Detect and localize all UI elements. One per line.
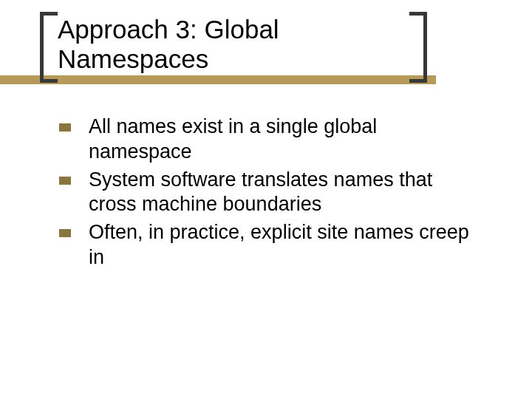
slide-title: Approach 3: Global Namespaces xyxy=(58,15,398,75)
square-bullet-icon xyxy=(59,229,71,237)
bullet-text: All names exist in a single global names… xyxy=(89,115,473,165)
square-bullet-icon xyxy=(59,177,71,185)
square-bullet-icon xyxy=(59,123,71,132)
list-item: System software translates names that cr… xyxy=(59,168,473,218)
list-item: Often, in practice, explicit site names … xyxy=(59,220,473,270)
bullet-text: System software translates names that cr… xyxy=(89,168,473,218)
bracket-right-icon xyxy=(409,12,427,83)
bracket-left-icon xyxy=(40,12,58,83)
list-item: All names exist in a single global names… xyxy=(59,115,473,165)
bullet-text: Often, in practice, explicit site names … xyxy=(89,220,473,270)
slide: Approach 3: Global Namespaces All names … xyxy=(0,0,532,399)
slide-body: All names exist in a single global names… xyxy=(59,115,473,273)
